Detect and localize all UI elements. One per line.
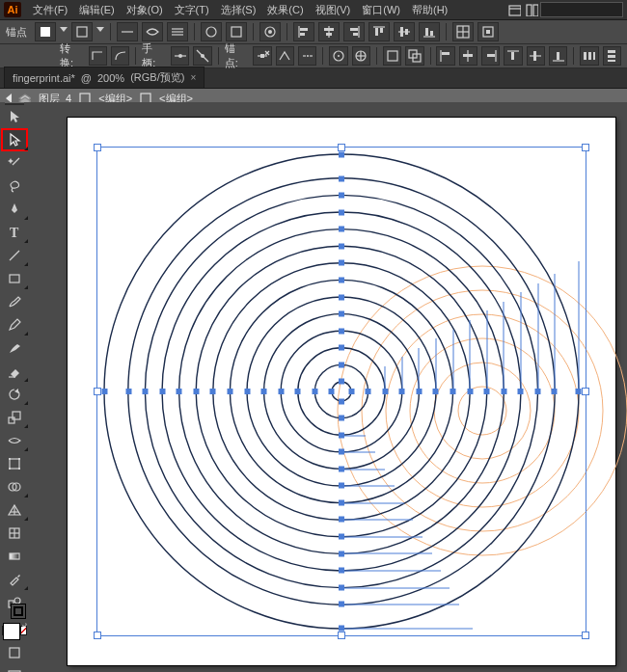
tab-zoom: 200% [97, 72, 124, 84]
arrange-documents-icon[interactable] [525, 3, 538, 16]
menu-help[interactable]: 帮助(H) [406, 1, 453, 19]
cut-path-button[interactable] [298, 46, 316, 66]
svg-line-86 [10, 251, 19, 260]
svg-point-98 [13, 483, 20, 491]
align-vcenter-button[interactable] [527, 46, 545, 66]
dropdown-chevron-icon[interactable] [60, 24, 68, 40]
svg-rect-96 [18, 468, 20, 470]
brush-definition-button[interactable] [167, 22, 188, 41]
convert-smooth-button[interactable] [111, 46, 129, 66]
menu-file[interactable]: 文件(F) [27, 1, 73, 19]
style-button[interactable] [226, 22, 247, 41]
distribute-v-button[interactable] [603, 46, 621, 66]
svg-rect-17 [300, 28, 308, 31]
blob-brush-tool[interactable] [1, 336, 28, 360]
recolor-button[interactable] [259, 22, 281, 41]
svg-marker-82 [11, 134, 19, 146]
show-handles-button[interactable] [171, 46, 189, 66]
convert-corner-button[interactable] [89, 46, 107, 66]
workspace-search-input[interactable] [540, 2, 623, 17]
distribute-h-button[interactable] [580, 46, 598, 66]
bbox-handle-bc[interactable] [338, 632, 345, 639]
svg-rect-3 [533, 5, 538, 16]
svg-rect-65 [511, 52, 514, 60]
transform-panel-button[interactable] [452, 22, 474, 41]
paintbrush-tool[interactable] [1, 290, 28, 313]
align-vcenter-button[interactable] [394, 22, 415, 41]
menu-window[interactable]: 窗口(W) [356, 1, 406, 19]
bbox-handle-ml[interactable] [94, 388, 101, 395]
bbox-handle-bl[interactable] [94, 632, 101, 639]
edit-clip-button[interactable] [405, 46, 423, 66]
control-bar-row-2: 转换: 手柄: 锚点: [0, 44, 627, 68]
align-left-button[interactable] [293, 22, 314, 41]
bbox-handle-mr[interactable] [582, 388, 589, 395]
control-bar-row-1: 锚点 [0, 20, 627, 44]
align-top-button[interactable] [504, 46, 522, 66]
menu-type[interactable]: 文字(T) [169, 1, 215, 19]
variable-width-profile-button[interactable] [142, 22, 163, 41]
screen-mode-button[interactable] [1, 664, 28, 672]
align-right-button[interactable] [481, 46, 500, 66]
draw-normal-button[interactable] [1, 641, 28, 664]
remove-anchor-button[interactable] [253, 46, 271, 66]
isolate-mode-button[interactable] [383, 46, 401, 66]
free-transform-tool[interactable] [1, 452, 28, 475]
stroke-swatch[interactable] [11, 604, 26, 619]
magic-wand-tool[interactable] [1, 151, 28, 175]
stroke-weight-button[interactable] [117, 22, 138, 41]
svg-rect-44 [260, 54, 264, 58]
align-hcenter-button[interactable] [459, 46, 477, 66]
menu-view[interactable]: 视图(V) [310, 1, 357, 19]
mesh-tool[interactable] [1, 522, 28, 545]
isolate-button[interactable] [477, 22, 499, 41]
bbox-handle-br[interactable] [582, 632, 589, 639]
svg-line-83 [13, 158, 19, 165]
bbox-handle-tl[interactable] [94, 144, 101, 151]
svg-marker-7 [96, 27, 104, 32]
bridge-icon[interactable] [507, 3, 521, 16]
selection-bounding-box[interactable] [96, 147, 586, 636]
align-left-button[interactable] [436, 46, 454, 66]
svg-rect-6 [77, 27, 87, 37]
document-tab[interactable]: fingerprint.ai* @ 200% (RGB/预览) × [4, 67, 204, 88]
align-bottom-button[interactable] [549, 46, 567, 66]
selection-tool[interactable] [1, 105, 28, 128]
canvas-area[interactable] [29, 102, 627, 672]
menu-effect[interactable]: 效果(C) [261, 1, 309, 19]
align-hcenter-button[interactable] [318, 22, 340, 41]
fill-swatch[interactable] [3, 623, 20, 640]
svg-rect-38 [486, 30, 490, 34]
gradient-tool[interactable] [1, 545, 28, 568]
tab-close-icon[interactable]: × [190, 72, 196, 83]
align-right-button[interactable] [343, 22, 365, 41]
connect-anchor-button[interactable] [276, 46, 294, 66]
svg-rect-91 [13, 412, 20, 419]
align-top-button[interactable] [368, 22, 390, 41]
hide-handles-button[interactable] [193, 46, 211, 66]
lasso-tool[interactable] [1, 175, 28, 198]
svg-rect-29 [400, 27, 403, 37]
bbox-handle-tc[interactable] [338, 144, 345, 151]
snap-point-button[interactable] [352, 46, 370, 66]
align-bottom-button[interactable] [419, 22, 440, 41]
dropdown-chevron-icon[interactable] [96, 24, 104, 40]
swap-fill-stroke-icon[interactable]: ⤾ [21, 621, 28, 630]
svg-text:T: T [10, 226, 19, 240]
application-menu-bar: Ai 文件(F) 编辑(E) 对象(O) 文字(T) 选择(S) 效果(C) 视… [0, 0, 627, 20]
menu-select[interactable]: 选择(S) [215, 1, 262, 19]
fill-swatch-button[interactable] [35, 22, 56, 41]
svg-point-15 [268, 30, 272, 34]
svg-point-97 [9, 483, 16, 491]
bbox-handle-tr[interactable] [582, 144, 589, 151]
svg-rect-72 [593, 52, 595, 60]
menu-edit[interactable]: 编辑(E) [73, 1, 121, 19]
menu-object[interactable]: 对象(O) [121, 1, 169, 19]
svg-rect-94 [18, 458, 20, 460]
snap-pixel-button[interactable] [329, 46, 347, 66]
svg-rect-21 [326, 33, 332, 36]
opacity-button[interactable] [201, 22, 222, 41]
svg-rect-33 [430, 31, 433, 36]
svg-rect-0 [509, 6, 521, 15]
stroke-swatch-button[interactable] [71, 22, 93, 41]
